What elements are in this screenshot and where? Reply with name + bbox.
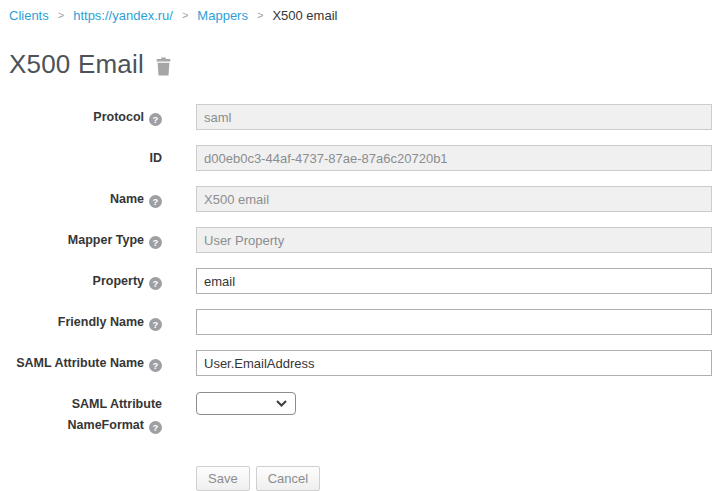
page-header: X500 Email bbox=[9, 49, 716, 80]
help-icon[interactable]: ? bbox=[149, 421, 162, 434]
mapper-type-label: Mapper Type bbox=[68, 233, 144, 247]
form-row-saml-attribute-name: SAML Attribute Name? bbox=[0, 350, 716, 376]
breadcrumb-current: X500 email bbox=[272, 7, 337, 24]
name-input bbox=[196, 186, 712, 212]
form-row-saml-attribute-nameformat: SAML Attribute NameFormat? bbox=[0, 391, 716, 436]
form-row-name: Name? bbox=[0, 186, 716, 212]
cancel-button[interactable]: Cancel bbox=[256, 466, 320, 491]
help-icon[interactable]: ? bbox=[149, 318, 162, 331]
breadcrumb-link-mappers[interactable]: Mappers bbox=[197, 7, 248, 24]
saml-attribute-name-input[interactable] bbox=[196, 350, 712, 376]
help-icon[interactable]: ? bbox=[149, 113, 162, 126]
breadcrumb: Clients > https://yandex.ru/ > Mappers >… bbox=[0, 0, 716, 24]
property-input[interactable] bbox=[196, 268, 712, 294]
name-label: Name bbox=[110, 192, 144, 206]
breadcrumb-link-clients[interactable]: Clients bbox=[9, 7, 49, 24]
property-label: Property bbox=[93, 274, 144, 288]
breadcrumb-separator: > bbox=[182, 7, 188, 24]
form-row-mapper-type: Mapper Type? bbox=[0, 227, 716, 253]
mapper-form: Protocol? ID Name? Mapper Type? Property bbox=[0, 104, 716, 491]
breadcrumb-separator: > bbox=[58, 7, 64, 24]
id-input bbox=[196, 145, 712, 171]
help-icon[interactable]: ? bbox=[149, 359, 162, 372]
protocol-input bbox=[196, 104, 712, 130]
saml-attribute-nameformat-select[interactable] bbox=[196, 392, 296, 415]
form-actions: Save Cancel bbox=[196, 466, 716, 491]
mapper-type-input bbox=[196, 227, 712, 253]
friendly-name-label: Friendly Name bbox=[58, 315, 144, 329]
help-icon[interactable]: ? bbox=[149, 195, 162, 208]
protocol-label: Protocol bbox=[93, 110, 144, 124]
saml-attribute-name-label: SAML Attribute Name bbox=[16, 356, 144, 370]
help-icon[interactable]: ? bbox=[149, 277, 162, 290]
trash-icon[interactable] bbox=[155, 57, 172, 76]
saml-attribute-nameformat-label: SAML Attribute NameFormat bbox=[68, 397, 162, 432]
form-row-property: Property? bbox=[0, 268, 716, 294]
page-title: X500 Email bbox=[9, 49, 144, 80]
form-row-id: ID bbox=[0, 145, 716, 171]
save-button[interactable]: Save bbox=[196, 466, 250, 491]
id-label: ID bbox=[150, 151, 163, 165]
breadcrumb-separator: > bbox=[257, 7, 263, 24]
form-row-protocol: Protocol? bbox=[0, 104, 716, 130]
help-icon[interactable]: ? bbox=[149, 236, 162, 249]
friendly-name-input[interactable] bbox=[196, 309, 712, 335]
breadcrumb-link-client-url[interactable]: https://yandex.ru/ bbox=[73, 7, 173, 24]
form-row-friendly-name: Friendly Name? bbox=[0, 309, 716, 335]
